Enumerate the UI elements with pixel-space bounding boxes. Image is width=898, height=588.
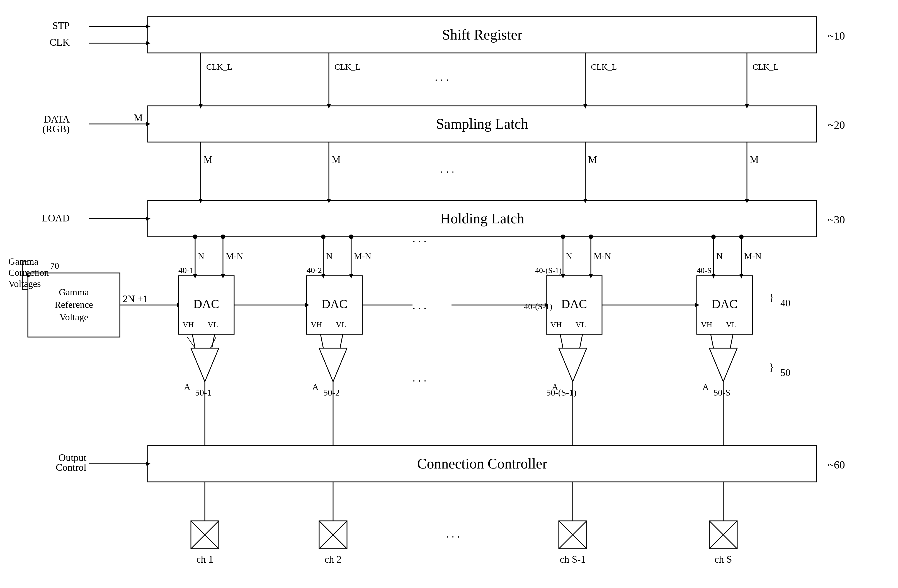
svg-text:Control: Control [56, 462, 86, 473]
svg-text:M-N: M-N [744, 251, 761, 261]
svg-text:ch 2: ch 2 [325, 554, 342, 565]
svg-text:VL: VL [208, 320, 218, 329]
svg-text:CLK_L: CLK_L [591, 62, 617, 71]
svg-text:VH: VH [183, 320, 194, 329]
svg-text:M-N: M-N [354, 251, 371, 261]
svg-text:DAC: DAC [321, 297, 348, 311]
svg-text:Holding Latch: Holding Latch [440, 210, 524, 226]
svg-text:N: N [326, 251, 332, 261]
svg-text:M: M [203, 154, 212, 165]
svg-text:(RGB): (RGB) [42, 123, 70, 135]
svg-text:ch 1: ch 1 [197, 554, 214, 565]
svg-text:VH: VH [550, 320, 561, 329]
svg-text:N: N [716, 251, 723, 261]
svg-text:CLK_L: CLK_L [334, 62, 360, 71]
svg-text:70: 70 [50, 261, 59, 271]
svg-text:Connection Controller: Connection Controller [417, 456, 547, 471]
svg-text:M: M [134, 112, 143, 123]
diagram-svg: Shift Register ~10 Sampling Latch ~20 Ho… [0, 0, 898, 588]
svg-line-141 [580, 334, 583, 348]
svg-point-82 [193, 235, 197, 239]
svg-text:DAC: DAC [194, 297, 219, 311]
svg-text:M: M [750, 154, 759, 165]
svg-text:50-1: 50-1 [195, 387, 212, 398]
diagram: Shift Register ~10 Sampling Latch ~20 Ho… [0, 0, 898, 588]
svg-text:Sampling Latch: Sampling Latch [436, 116, 529, 132]
svg-text:ch S: ch S [715, 554, 732, 565]
svg-text:. . .: . . . [440, 163, 454, 175]
svg-text:A: A [184, 382, 191, 392]
svg-text:LOAD: LOAD [42, 212, 70, 224]
svg-text:VL: VL [726, 320, 737, 329]
svg-text:50-S: 50-S [713, 387, 730, 398]
svg-point-92 [321, 235, 326, 239]
svg-line-143 [730, 334, 733, 348]
svg-text:M: M [332, 154, 341, 165]
svg-marker-132 [559, 348, 587, 382]
svg-text:. . .: . . . [446, 528, 460, 540]
svg-text:CLK_L: CLK_L [752, 62, 778, 71]
svg-point-96 [349, 235, 354, 239]
svg-point-105 [561, 235, 565, 239]
svg-text:Voltage: Voltage [59, 312, 88, 322]
svg-text:. . .: . . . [435, 71, 449, 83]
svg-text:40-(S-1): 40-(S-1) [535, 266, 561, 275]
svg-text:CLK: CLK [49, 37, 70, 48]
svg-point-86 [221, 235, 225, 239]
svg-line-139 [340, 334, 343, 348]
svg-text:. . .: . . . [412, 299, 426, 312]
svg-point-115 [711, 235, 716, 239]
svg-text:A: A [312, 382, 318, 392]
svg-text:}: } [769, 362, 774, 373]
svg-text:STP: STP [52, 20, 70, 31]
svg-text:. . .: . . . [412, 372, 426, 384]
svg-text:40-2: 40-2 [307, 266, 322, 275]
svg-text:CLK_L: CLK_L [206, 62, 232, 71]
svg-text:}: } [769, 292, 774, 303]
svg-text:DATA: DATA [44, 114, 70, 125]
svg-point-119 [739, 235, 744, 239]
svg-text:VL: VL [336, 320, 346, 329]
svg-text:M-N: M-N [594, 251, 611, 261]
svg-text:40-S: 40-S [697, 266, 712, 275]
svg-text:VH: VH [311, 320, 322, 329]
svg-text:VH: VH [701, 320, 712, 329]
svg-text:Output: Output [58, 452, 86, 463]
svg-text:~20: ~20 [828, 119, 845, 131]
svg-marker-134 [709, 348, 737, 382]
svg-text:. . .: . . . [412, 232, 426, 245]
svg-text:~10: ~10 [828, 29, 845, 42]
svg-text:M-N: M-N [226, 251, 243, 261]
svg-line-140 [560, 334, 563, 348]
svg-text:2N +1: 2N +1 [123, 293, 148, 304]
svg-text:50-(S-1): 50-(S-1) [546, 387, 577, 398]
svg-text:M: M [588, 154, 597, 165]
svg-text:~30: ~30 [828, 213, 845, 226]
svg-line-138 [320, 334, 323, 348]
svg-text:N: N [198, 251, 204, 261]
svg-text:40-(S-1): 40-(S-1) [524, 302, 552, 311]
svg-text:Voltages: Voltages [8, 279, 41, 289]
svg-text:DAC: DAC [712, 297, 738, 311]
svg-text:A: A [702, 382, 709, 392]
svg-text:50: 50 [780, 367, 790, 378]
svg-text:~60: ~60 [828, 459, 845, 471]
svg-line-142 [711, 334, 713, 348]
svg-text:N: N [566, 251, 572, 261]
svg-line-185 [211, 337, 216, 348]
svg-point-109 [589, 235, 593, 239]
svg-text:VL: VL [575, 320, 586, 329]
svg-text:50-2: 50-2 [323, 387, 340, 398]
svg-text:Gamma: Gamma [59, 287, 89, 297]
svg-text:40: 40 [780, 298, 790, 309]
svg-text:40-1: 40-1 [178, 266, 194, 275]
svg-text:Shift Register: Shift Register [442, 27, 522, 43]
svg-text:Reference: Reference [55, 299, 93, 310]
svg-text:ch S-1: ch S-1 [560, 554, 586, 565]
svg-text:DAC: DAC [561, 297, 587, 311]
svg-marker-130 [319, 348, 347, 382]
svg-marker-128 [191, 348, 219, 382]
